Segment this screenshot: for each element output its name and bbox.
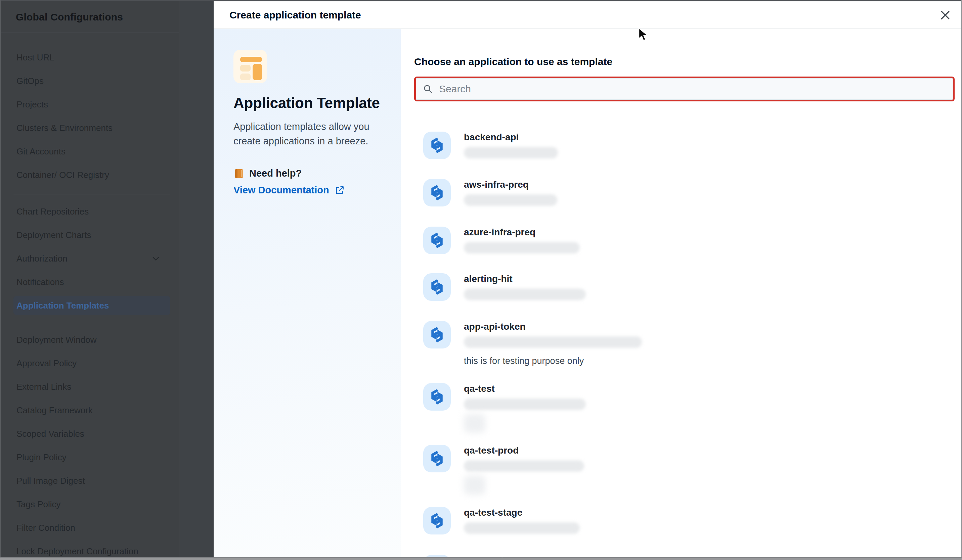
application-picker-panel: Choose an application to use as template — [401, 29, 961, 557]
sidebar-item-container-oci-registry[interactable]: Container/ OCI Registry — [1, 163, 179, 187]
sidebar-item-projects[interactable]: Projects — [1, 93, 179, 116]
application-list-item[interactable]: alerting-hit — [423, 273, 586, 301]
search-input[interactable] — [438, 83, 946, 95]
sidebar-item-filter-condition[interactable]: Filter Condition — [1, 516, 179, 539]
application-name: backend-api — [464, 132, 558, 143]
devtron-app-icon — [423, 383, 451, 410]
application-name: aws-infra-preq — [464, 179, 557, 190]
application-list-item[interactable]: azure-infra-preq — [423, 227, 580, 254]
external-link-icon — [335, 185, 345, 195]
devtron-app-icon — [423, 227, 451, 254]
redacted-text-blur — [464, 336, 642, 348]
sidebar-item-label: Host URL — [16, 52, 55, 63]
sidebar-item-label: External Links — [16, 382, 71, 392]
sidebar-item-label: Notifications — [16, 277, 64, 287]
window-border-bottom — [0, 557, 962, 560]
application-name: azure-infra-preq — [464, 227, 580, 238]
sidebar-item-label: Lock Deployment Configuration — [16, 546, 139, 557]
sidebar-item-scoped-variables[interactable]: Scoped Variables — [1, 422, 179, 446]
sidebar-item-git-accounts[interactable]: Git Accounts — [1, 140, 179, 163]
sidebar-item-label: Pull Image Digest — [16, 476, 85, 486]
redacted-text-blur-secondary — [464, 476, 485, 494]
redacted-text-blur-secondary — [464, 414, 485, 433]
doc-link-label: View Documentation — [234, 185, 329, 196]
modal-title: Create application template — [229, 10, 361, 21]
redacted-text-blur — [464, 289, 586, 300]
sidebar-item-application-templates[interactable]: Application Templates — [13, 296, 170, 315]
application-list-item[interactable]: qa-test — [423, 383, 586, 433]
devtron-app-icon — [423, 273, 451, 301]
application-name: qa-test-prod — [464, 445, 584, 456]
close-button[interactable] — [938, 7, 953, 23]
sidebar-item-gitops[interactable]: GitOps — [1, 69, 179, 93]
sidebar-item-deployment-charts[interactable]: Deployment Charts — [1, 223, 179, 247]
sidebar-item-label: Git Accounts — [16, 146, 66, 157]
modal-header: Create application template — [214, 2, 961, 29]
info-panel-heading: Application Template — [234, 95, 384, 111]
sidebar-item-label: Tags Policy — [16, 499, 61, 510]
click-annotation-box — [414, 77, 955, 101]
devtron-app-icon — [423, 179, 451, 206]
devtron-app-icon — [423, 321, 451, 349]
search-icon — [423, 84, 433, 94]
devtron-app-icon — [423, 555, 451, 557]
sidebar-item-label: Catalog Framework — [16, 405, 93, 416]
need-help-row: Need help? — [234, 168, 384, 179]
application-list-item[interactable]: qa-test-dev — [423, 555, 514, 557]
sidebar-item-label: Scoped Variables — [16, 429, 84, 439]
sidebar-item-chart-repositories[interactable]: Chart Repositories — [1, 200, 179, 223]
sidebar-item-notifications[interactable]: Notifications — [1, 270, 179, 294]
global-config-nav: Host URL GitOps Projects Clusters & Envi… — [1, 46, 179, 557]
sidebar-item-catalog-framework[interactable]: Catalog Framework — [1, 399, 179, 422]
application-list-item[interactable]: aws-infra-preq — [423, 179, 557, 206]
sidebar-item-label: Deployment Charts — [16, 230, 91, 240]
devtron-app-icon — [423, 445, 451, 472]
info-panel-description: Application templates allow you create a… — [234, 119, 384, 148]
redacted-text-blur — [464, 147, 558, 158]
devtron-app-icon — [423, 507, 451, 534]
view-documentation-link[interactable]: View Documentation — [234, 185, 384, 196]
sidebar-item-pull-image-digest[interactable]: Pull Image Digest — [1, 469, 179, 492]
sidebar-group-divider — [13, 326, 170, 326]
application-name: app-api-token — [464, 321, 642, 332]
redacted-text-blur — [464, 460, 584, 472]
application-list-item[interactable]: app-api-token this is for testing purpos… — [423, 321, 642, 366]
picker-heading: Choose an application to use as template — [414, 56, 955, 68]
sidebar-item-label: Container/ OCI Registry — [16, 170, 109, 180]
sidebar-item-lock-deployment-configuration[interactable]: Lock Deployment Configuration — [1, 539, 179, 557]
sidebar-item-label: Deployment Window — [16, 335, 97, 345]
sidebar-item-plugin-policy[interactable]: Plugin Policy — [1, 446, 179, 469]
redacted-text-blur — [464, 399, 586, 410]
sidebar-item-label: Approval Policy — [16, 358, 77, 369]
application-list-item[interactable]: qa-test-stage — [423, 507, 580, 534]
global-config-sidebar: Global Configurations Host URL GitOps Pr… — [1, 2, 179, 557]
redacted-text-blur — [464, 195, 557, 206]
application-name: qa-test — [464, 383, 586, 394]
sidebar-item-label: Clusters & Environments — [16, 123, 113, 133]
modal-body: Application Template Application templat… — [214, 29, 961, 557]
application-name: qa-test-dev — [464, 555, 514, 557]
sidebar-item-external-links[interactable]: External Links — [1, 375, 179, 399]
sidebar-item-label: Filter Condition — [16, 523, 75, 533]
application-list-item[interactable]: backend-api — [423, 132, 558, 159]
sidebar-item-deployment-window[interactable]: Deployment Window — [1, 328, 179, 351]
chevron-down-icon — [152, 254, 160, 263]
sidebar-item-authorization[interactable]: Authorization — [1, 247, 179, 270]
sidebar-item-clusters-environments[interactable]: Clusters & Environments — [1, 116, 179, 140]
window-border-left — [0, 0, 1, 560]
need-help-label: Need help? — [249, 168, 302, 179]
sidebar-item-tags-policy[interactable]: Tags Policy — [1, 492, 179, 516]
sidebar-item-label: Authorization — [16, 253, 68, 264]
application-description: this is for testing purpose only — [464, 356, 642, 366]
sidebar-item-label: Projects — [16, 100, 48, 110]
sidebar-item-approval-policy[interactable]: Approval Policy — [1, 351, 179, 375]
sidebar-item-label: Chart Repositories — [16, 206, 89, 217]
application-name: qa-test-stage — [464, 507, 580, 518]
sidebar-item-label: Application Templates — [16, 301, 109, 311]
application-list-item[interactable]: qa-test-prod — [423, 445, 584, 494]
orange-book-icon — [234, 168, 244, 179]
search-field[interactable] — [416, 78, 953, 100]
template-info-panel: Application Template Application templat… — [214, 29, 401, 557]
application-template-icon — [234, 50, 267, 83]
sidebar-item-host-url[interactable]: Host URL — [1, 46, 179, 69]
